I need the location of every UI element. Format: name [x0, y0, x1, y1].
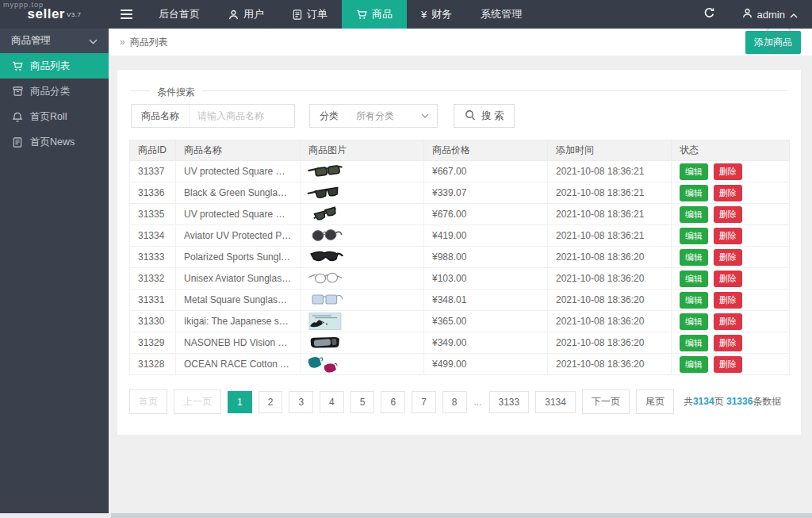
- edit-button[interactable]: 编辑: [680, 163, 708, 180]
- horizontal-scrollbar[interactable]: [0, 513, 812, 518]
- delete-button[interactable]: 删除: [714, 163, 742, 180]
- column-header: 商品图片: [301, 140, 424, 161]
- product-image: [301, 247, 424, 268]
- page-number-button[interactable]: 7: [412, 391, 436, 413]
- prev-page-button[interactable]: 上一页: [174, 389, 221, 414]
- sunglasses-aviator-dark: [305, 226, 419, 245]
- table-row: 31336Black & Green Sunglasses Comb...¥33…: [130, 182, 790, 204]
- topbar: myppp.top sellerV3.7 后台首页用户订单商品¥财务系统管理 a…: [0, 0, 812, 29]
- product-name-input[interactable]: [190, 110, 294, 121]
- add-product-button[interactable]: 添加商品: [745, 31, 801, 54]
- edit-button[interactable]: 编辑: [680, 292, 708, 309]
- product-id: 31334: [130, 225, 176, 247]
- product-price: ¥349.00: [424, 332, 548, 354]
- menu-toggle-button[interactable]: [109, 0, 144, 29]
- nav-item-label: 后台首页: [159, 7, 200, 21]
- edit-button[interactable]: 编辑: [680, 313, 708, 330]
- sidebar-item[interactable]: 商品分类: [0, 79, 109, 104]
- delete-button[interactable]: 删除: [714, 292, 742, 309]
- page-number-button[interactable]: 2: [259, 391, 283, 413]
- product-id: 31335: [130, 204, 176, 225]
- chevron-up-icon: [790, 9, 798, 21]
- page-number-button[interactable]: 1: [228, 391, 252, 413]
- delete-button[interactable]: 删除: [714, 356, 742, 373]
- product-price: ¥676.00: [424, 204, 548, 225]
- breadcrumb-label: 商品列表: [130, 36, 168, 49]
- product-name: OCEAN RACE Cotton Anti Polluti...: [176, 354, 301, 375]
- table-header-row: 商品ID商品名称商品图片商品价格添加时间状态: [130, 140, 790, 161]
- delete-button[interactable]: 删除: [714, 249, 742, 266]
- edit-button[interactable]: 编辑: [680, 228, 708, 244]
- edit-button[interactable]: 编辑: [680, 356, 708, 373]
- delete-button[interactable]: 删除: [714, 228, 742, 244]
- sidebar-item-label: 商品分类: [30, 85, 70, 98]
- product-added-time: 2021-10-08 18:36:21: [548, 161, 672, 182]
- nav-item[interactable]: 后台首页: [144, 0, 214, 29]
- next-page-button[interactable]: 下一页: [582, 389, 630, 414]
- product-image: [301, 268, 424, 290]
- page-number-button[interactable]: 5: [350, 391, 375, 413]
- edit-button[interactable]: 编辑: [680, 185, 708, 201]
- breadcrumb: » 商品列表 添加商品 P: [109, 29, 812, 56]
- nav-item[interactable]: 商品: [342, 0, 407, 29]
- nav-item[interactable]: ¥财务: [407, 0, 466, 29]
- product-price: ¥988.00: [424, 247, 548, 268]
- search-panel: 条件搜索 商品名称 分类 所有分类: [131, 90, 787, 128]
- table-row: 31337UV protected Square Men's Sun...¥66…: [130, 161, 790, 182]
- edit-button[interactable]: 编辑: [680, 271, 708, 287]
- edit-button[interactable]: 编辑: [680, 249, 708, 266]
- pagination-buttons: 首页上一页12345678...31333134下一页尾页: [129, 389, 674, 414]
- user-icon: [742, 8, 753, 21]
- product-name: UV protected Square Men's Sun...: [176, 161, 301, 182]
- sidebar-item[interactable]: 首页Roll: [0, 104, 109, 129]
- page-number-button[interactable]: 3133: [489, 391, 530, 413]
- hamburger-icon: [121, 10, 132, 19]
- product-price: ¥499.00: [424, 354, 548, 375]
- product-id: 31331: [130, 290, 176, 311]
- pagination: 首页上一页12345678...31333134下一页尾页 共3134页 313…: [129, 389, 789, 414]
- page-number-button[interactable]: 4: [320, 391, 344, 413]
- first-page-button[interactable]: 首页: [129, 389, 167, 414]
- delete-button[interactable]: 删除: [714, 313, 742, 330]
- book-cover-ikigai: [305, 312, 419, 331]
- delete-button[interactable]: 删除: [714, 271, 742, 287]
- sidebar-item[interactable]: 商品列表: [0, 53, 109, 79]
- nav-item[interactable]: 用户: [214, 0, 278, 29]
- yen-icon: ¥: [421, 10, 427, 20]
- delete-button[interactable]: 删除: [714, 206, 742, 223]
- total-pages: 3134: [693, 396, 714, 407]
- product-added-time: 2021-10-08 18:36:20: [548, 247, 672, 268]
- column-header: 添加时间: [548, 140, 672, 161]
- main-layout: 商品管理 商品列表商品分类首页Roll首页News » 商品列表 添加商品 P …: [0, 29, 812, 513]
- category-select[interactable]: 分类 所有分类: [309, 104, 438, 128]
- product-status: 编辑删除: [672, 354, 790, 375]
- page-number-button[interactable]: 3134: [535, 391, 576, 413]
- product-added-time: 2021-10-08 18:36:20: [548, 332, 672, 354]
- product-added-time: 2021-10-08 18:36:20: [548, 268, 672, 290]
- edit-button[interactable]: 编辑: [680, 206, 708, 223]
- nav-item-label: 订单: [307, 7, 327, 21]
- total-records: 31336: [726, 396, 753, 407]
- page-number-button[interactable]: 8: [442, 391, 467, 413]
- page-number-button[interactable]: 3: [289, 391, 313, 413]
- page-number-button[interactable]: 6: [381, 391, 405, 413]
- product-price: ¥103.00: [424, 268, 548, 290]
- refresh-button[interactable]: [691, 0, 728, 29]
- sidebar-group-header[interactable]: 商品管理: [0, 29, 109, 53]
- user-menu[interactable]: admin: [728, 0, 812, 29]
- top-nav: 后台首页用户订单商品¥财务系统管理: [144, 0, 536, 29]
- nav-item[interactable]: 订单: [278, 0, 342, 29]
- nav-item[interactable]: 系统管理: [466, 0, 536, 29]
- product-price: ¥339.07: [424, 182, 548, 204]
- search-button[interactable]: 搜 索: [454, 104, 515, 128]
- delete-button[interactable]: 删除: [714, 335, 742, 351]
- edit-button[interactable]: 编辑: [680, 335, 708, 351]
- last-page-button[interactable]: 尾页: [636, 389, 674, 414]
- product-added-time: 2021-10-08 18:36:20: [548, 311, 672, 332]
- delete-button[interactable]: 删除: [714, 185, 742, 201]
- sidebar-item[interactable]: 首页News: [0, 129, 109, 155]
- product-price: ¥667.00: [424, 161, 548, 182]
- product-name: Polarized Sports Sunglasses Mirr...: [176, 247, 301, 268]
- scrollbar-thumb[interactable]: [0, 513, 111, 518]
- sidebar-item-label: 商品列表: [30, 59, 70, 73]
